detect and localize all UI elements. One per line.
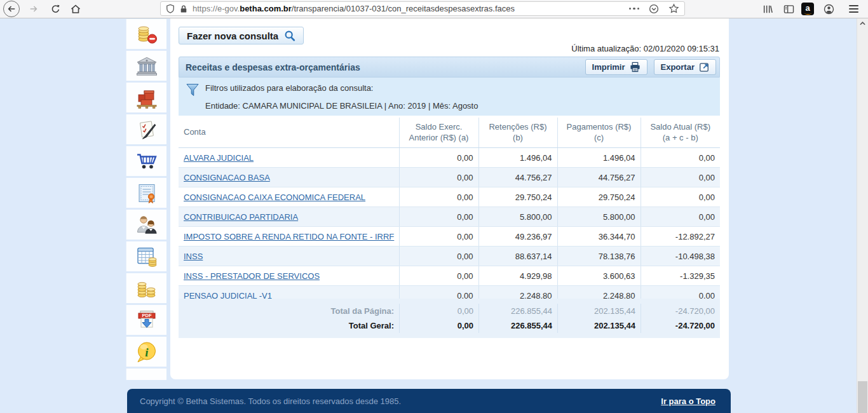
sidebar-item-budget-sheet[interactable]: [126, 241, 166, 271]
svg-text:i: i: [145, 345, 149, 358]
page-scrollbar[interactable]: [857, 18, 868, 413]
sidebar-item-purchases[interactable]: [126, 146, 166, 176]
conta-link[interactable]: CONSIGNACAO CAIXA ECONOMICA FEDERAL: [184, 193, 365, 202]
amazon-smile: [804, 11, 811, 15]
export-button[interactable]: Exportar: [654, 59, 716, 75]
cell: 0,00: [399, 247, 478, 266]
document-pen-icon: [135, 118, 158, 141]
go-to-top-link[interactable]: Ir para o Topo: [661, 396, 715, 406]
url-scheme: https://e-gov.: [193, 4, 240, 13]
sidebar-item-contracts[interactable]: [126, 178, 166, 208]
conta-link[interactable]: IMPOSTO SOBRE A RENDA RETIDO NA FONTE - …: [184, 232, 394, 241]
home-icon: [71, 4, 81, 14]
coins-minus-icon: [135, 23, 158, 46]
arrow-right-icon: [29, 4, 38, 13]
reload-button[interactable]: [48, 1, 63, 17]
bookmark-star-icon[interactable]: [668, 3, 679, 14]
table-row: IMPOSTO SOBRE A RENDA RETIDO NA FONTE - …: [179, 227, 720, 247]
urlbar-actions: [629, 3, 680, 14]
home-button[interactable]: [68, 1, 83, 17]
tracking-shield-icon: [166, 4, 175, 13]
cell: 3.600,63: [557, 266, 641, 286]
account-button[interactable]: [821, 1, 836, 17]
cell: 0,00: [399, 227, 478, 247]
sidebar-item-revenues[interactable]: [126, 273, 166, 303]
total-page-value: -24.720,00: [641, 304, 720, 318]
cell: 29.750,24: [557, 187, 641, 207]
cell: 0,00: [399, 207, 478, 227]
back-button[interactable]: [3, 1, 20, 17]
table-row: CONSIGNACAO BASA 0,00 44.756,27 44.756,2…: [179, 168, 720, 187]
total-overall-label: Total Geral:: [179, 318, 399, 333]
total-overall-value: 226.855,44: [478, 318, 557, 333]
sidebar-item-people[interactable]: [126, 210, 166, 240]
export-icon: [699, 62, 709, 72]
cell: 0,00: [641, 187, 720, 207]
sidebar-item-bank[interactable]: [126, 51, 166, 81]
people-icon: [135, 213, 158, 236]
cell: 0,00: [641, 148, 720, 168]
shopping-cart-icon: [135, 150, 158, 173]
coin-stacks-icon: [135, 277, 158, 300]
panel-header: Receitas e despesas extra-orçamentárias …: [179, 57, 720, 78]
filters-panel: Filtros utilizados para elaboração da co…: [179, 78, 720, 116]
total-page-value: 0,00: [399, 304, 478, 318]
info-balloon-icon: i: [135, 340, 159, 364]
conta-link[interactable]: INSS: [184, 252, 203, 261]
table-header-row: Conta Saldo Exerc. Anterior (R$) (a) Ret…: [179, 118, 720, 148]
page-actions-icon[interactable]: [629, 8, 640, 10]
cell: 44.756,27: [478, 168, 557, 187]
totals-section: Total da Página: 0,00 226.855,44 202.135…: [179, 299, 720, 338]
cell: 0,00: [399, 187, 478, 207]
forward-button[interactable]: [26, 1, 41, 17]
sidebar-item-info[interactable]: i: [126, 337, 166, 367]
total-page-value: 226.855,44: [478, 304, 557, 318]
print-button[interactable]: Imprimir: [585, 59, 648, 75]
sidebar-item-coins-minus[interactable]: [126, 19, 166, 49]
conta-link[interactable]: CONTRIBUICAO PARTIDARIA: [184, 212, 298, 222]
url-text: https://e-gov.betha.com.br/transparencia…: [193, 2, 624, 15]
conta-link[interactable]: INSS - PRESTADOR DE SERVICOS: [184, 271, 320, 281]
url-domain: betha.com.br: [240, 4, 292, 13]
new-query-label: Fazer nova consulta: [187, 30, 278, 41]
total-overall-value: 0,00: [399, 318, 478, 333]
extras-table: Conta Saldo Exerc. Anterior (R$) (a) Ret…: [179, 118, 720, 306]
scrollbar-thumb[interactable]: [858, 381, 867, 413]
new-query-button[interactable]: Fazer nova consulta: [179, 27, 304, 44]
sidebar-filler: [126, 369, 166, 380]
browser-toolbar: https://e-gov.betha.com.br/transparencia…: [0, 0, 868, 18]
account-icon: [824, 4, 834, 15]
cell: 0,00: [399, 148, 478, 168]
col-conta: Conta: [179, 118, 399, 148]
table-row: INSS - PRESTADOR DE SERVICOS 0,00 4.929,…: [179, 266, 720, 286]
sidebar-toggle-button[interactable]: [781, 1, 796, 17]
library-button[interactable]: [760, 1, 775, 17]
conta-link[interactable]: CONSIGNACAO BASA: [184, 173, 270, 182]
search-icon: [284, 30, 295, 41]
cell: 44.756,27: [557, 168, 641, 187]
cell: 5.800,00: [557, 207, 641, 227]
last-update-text: Última atualização: 02/01/2020 09:15:31: [571, 44, 719, 53]
table-row: ALVARA JUDICIAL 0,00 1.496,04 1.496,04 0…: [179, 148, 720, 168]
total-page-row: Total da Página: 0,00 226.855,44 202.135…: [179, 304, 720, 318]
print-label: Imprimir: [592, 62, 625, 72]
conta-link[interactable]: ALVARA JUDICIAL: [184, 153, 254, 163]
url-bar[interactable]: https://e-gov.betha.com.br/transparencia…: [160, 1, 685, 16]
cell: -10.498,38: [641, 247, 720, 266]
total-overall-value: 202.135,44: [557, 318, 641, 333]
total-page-value: 202.135,44: [557, 304, 641, 318]
sidebar-item-pdf-export[interactable]: PDF: [126, 305, 166, 335]
pocket-icon[interactable]: [649, 4, 659, 14]
menu-button[interactable]: [846, 1, 861, 17]
sidebar-item-notes[interactable]: [126, 114, 166, 144]
scrollbar-up-arrow[interactable]: [857, 18, 868, 29]
table-row: INSS 0,00 88.637,14 78.138,76 -10.498,38: [179, 247, 720, 266]
arrow-left-icon: [7, 4, 16, 13]
filters-heading: Filtros utilizados para elaboração da co…: [205, 83, 714, 93]
cell: 0,00: [399, 266, 478, 286]
amazon-extension-icon[interactable]: a: [801, 3, 814, 15]
filters-detail: Entidade: CAMARA MUNICIPAL DE BRASILEIA …: [205, 101, 714, 111]
cell: 0,00: [399, 168, 478, 187]
sidebar-item-stock[interactable]: [126, 83, 166, 112]
col-retencoes: Retenções (R$) (b): [478, 118, 557, 148]
